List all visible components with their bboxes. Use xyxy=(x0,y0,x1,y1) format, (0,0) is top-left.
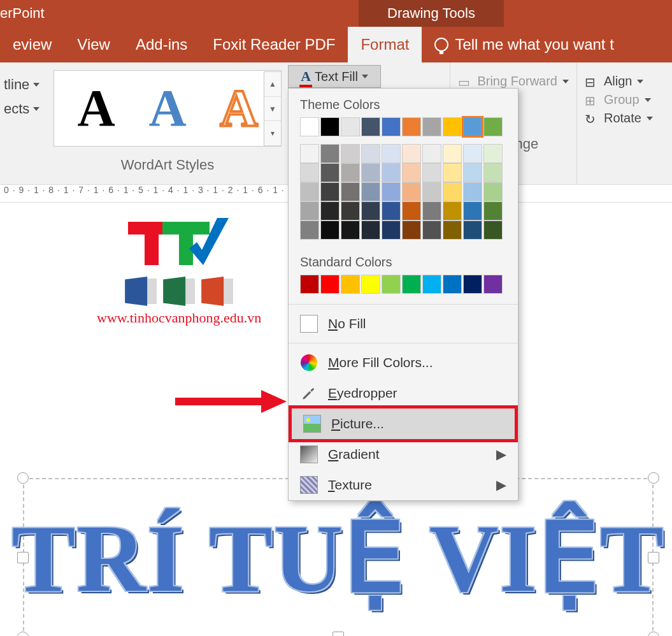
color-swatch[interactable] xyxy=(463,182,482,201)
gallery-expand-icon[interactable]: ▾ xyxy=(264,121,281,146)
color-swatch[interactable] xyxy=(341,201,360,220)
color-swatch[interactable] xyxy=(463,117,482,136)
tab-review[interactable]: eview xyxy=(0,27,64,62)
wordart-preset-3[interactable]: A xyxy=(220,78,257,138)
color-swatch[interactable] xyxy=(341,182,360,201)
bring-forward-button[interactable]: ▭ Bring Forward xyxy=(458,74,569,89)
color-swatch[interactable] xyxy=(443,144,462,163)
scroll-down-icon[interactable]: ▼ xyxy=(264,97,281,122)
color-swatch[interactable] xyxy=(300,182,319,201)
color-swatch[interactable] xyxy=(320,117,340,136)
color-swatch[interactable] xyxy=(422,163,441,182)
color-swatch[interactable] xyxy=(341,117,360,136)
scroll-up-icon[interactable]: ▲ xyxy=(264,72,281,97)
color-swatch[interactable] xyxy=(320,201,340,220)
color-swatch[interactable] xyxy=(483,220,503,240)
color-swatch[interactable] xyxy=(443,182,462,201)
color-swatch[interactable] xyxy=(463,201,482,220)
color-swatch[interactable] xyxy=(300,117,319,136)
color-swatch[interactable] xyxy=(463,163,482,182)
align-button[interactable]: ⊟ Align xyxy=(585,74,664,89)
color-swatch[interactable] xyxy=(361,117,380,136)
color-swatch[interactable] xyxy=(320,163,340,182)
color-swatch[interactable] xyxy=(300,201,319,220)
color-swatch[interactable] xyxy=(422,275,441,294)
wordart-text[interactable]: TRÍ TUỆ VIỆT xyxy=(23,478,654,636)
color-swatch[interactable] xyxy=(320,144,340,163)
color-swatch[interactable] xyxy=(341,275,360,294)
chevron-down-icon xyxy=(637,80,643,83)
color-swatch[interactable] xyxy=(443,201,462,220)
texture-item[interactable]: Texture ▶ xyxy=(289,470,518,500)
color-swatch[interactable] xyxy=(361,201,380,220)
color-swatch[interactable] xyxy=(361,163,380,182)
color-swatch[interactable] xyxy=(320,182,340,201)
color-swatch[interactable] xyxy=(382,220,401,240)
rotate-button[interactable]: ↻ Rotate xyxy=(585,111,664,126)
outline-stub[interactable]: tline xyxy=(4,76,45,93)
no-fill-item[interactable]: NNo Fillo Fill xyxy=(289,308,518,339)
tab-format[interactable]: Format xyxy=(348,27,422,62)
color-swatch[interactable] xyxy=(382,117,401,136)
color-swatch[interactable] xyxy=(402,275,421,294)
color-swatch[interactable] xyxy=(382,144,401,163)
color-swatch[interactable] xyxy=(341,220,360,240)
color-swatch[interactable] xyxy=(300,163,319,182)
color-swatch[interactable] xyxy=(341,163,360,182)
wordart-gallery[interactable]: A A A xyxy=(54,70,282,147)
color-swatch[interactable] xyxy=(382,201,401,220)
color-swatch[interactable] xyxy=(483,117,503,136)
color-swatch[interactable] xyxy=(300,220,319,240)
wordart-preset-1[interactable]: A xyxy=(77,78,115,138)
color-swatch[interactable] xyxy=(422,182,441,201)
color-swatch[interactable] xyxy=(300,275,319,294)
color-swatch[interactable] xyxy=(422,144,441,163)
effects-stub[interactable]: ects xyxy=(4,101,45,117)
wordart-preset-2[interactable]: A xyxy=(148,78,186,138)
eyedropper-item[interactable]: Eyedropper xyxy=(289,378,518,408)
color-swatch[interactable] xyxy=(463,220,482,240)
color-swatch[interactable] xyxy=(300,144,319,163)
tab-view[interactable]: View xyxy=(64,27,123,62)
color-swatch[interactable] xyxy=(483,144,503,163)
color-swatch[interactable] xyxy=(463,275,482,294)
color-swatch[interactable] xyxy=(443,163,462,182)
color-swatch[interactable] xyxy=(402,163,421,182)
color-swatch[interactable] xyxy=(402,220,421,240)
gradient-item[interactable]: Gradient ▶ xyxy=(289,439,518,470)
color-swatch[interactable] xyxy=(382,163,401,182)
gallery-scroll[interactable]: ▲ ▼ ▾ xyxy=(264,71,282,147)
color-swatch[interactable] xyxy=(382,275,401,294)
color-swatch[interactable] xyxy=(320,220,340,240)
color-swatch[interactable] xyxy=(361,182,380,201)
color-swatch[interactable] xyxy=(483,201,503,220)
color-swatch[interactable] xyxy=(402,201,421,220)
more-fill-colors-item[interactable]: More Fill Colors... xyxy=(289,347,518,378)
color-swatch[interactable] xyxy=(443,117,462,136)
color-swatch[interactable] xyxy=(443,275,462,294)
color-swatch[interactable] xyxy=(320,275,340,294)
color-swatch[interactable] xyxy=(361,144,380,163)
color-swatch[interactable] xyxy=(443,220,462,240)
color-swatch[interactable] xyxy=(422,117,441,136)
group-button[interactable]: ⊞ Group xyxy=(585,92,664,107)
picture-fill-item[interactable]: Picture... xyxy=(292,408,515,439)
color-swatch[interactable] xyxy=(382,182,401,201)
tab-addins[interactable]: Add-ins xyxy=(123,27,200,62)
color-swatch[interactable] xyxy=(402,144,421,163)
color-swatch[interactable] xyxy=(402,117,421,136)
color-swatch[interactable] xyxy=(341,144,360,163)
color-swatch[interactable] xyxy=(483,182,503,201)
color-swatch[interactable] xyxy=(483,163,503,182)
color-swatch[interactable] xyxy=(483,275,503,294)
tell-me[interactable]: Tell me what you want t xyxy=(422,27,626,62)
tab-foxit[interactable]: Foxit Reader PDF xyxy=(200,27,348,62)
selected-wordart-shape[interactable]: TRÍ TUỆ VIỆT xyxy=(23,478,654,636)
color-swatch[interactable] xyxy=(422,201,441,220)
color-swatch[interactable] xyxy=(361,220,380,240)
color-swatch[interactable] xyxy=(463,144,482,163)
color-swatch[interactable] xyxy=(402,182,421,201)
color-swatch[interactable] xyxy=(422,220,441,240)
color-swatch[interactable] xyxy=(361,275,380,294)
text-fill-button[interactable]: A Text Fill xyxy=(288,65,381,88)
